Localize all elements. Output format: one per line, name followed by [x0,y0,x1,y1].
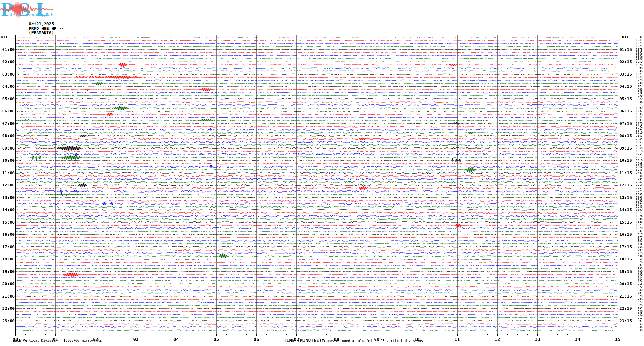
trace-max-value: 3036 [627,175,643,177]
left-hour-label: 08:00 [0,133,15,138]
left-hour-label: 22:00 [0,306,15,311]
x-tick-label: 14 [571,337,585,342]
trace-max-value: 2082 [627,193,643,196]
trace-max-value: 1393 [627,119,643,122]
trace-max-value: 998 [627,67,643,70]
trace-max-value: 2492 [627,125,643,128]
x-tick-label: 13 [530,337,544,342]
left-hour-label: 05:00 [0,96,15,101]
trace-max-value: 796 [627,298,643,301]
trace-max-value: 2436 [627,165,643,168]
trace-max-value: 1966 [627,199,643,202]
trace-max-value: 2051 [627,144,643,147]
trace-max-value: 934 [627,101,643,103]
x-tick-label: 12 [490,337,504,342]
trace-max-value: 1306 [627,218,643,221]
trace-max-value: 917 [627,233,643,236]
left-hour-label: 21:00 [0,294,15,299]
trace-max-value: 2163 [627,135,643,137]
trace-max-value: 666 [627,258,643,261]
trace-max-value: 974 [627,85,643,88]
trace-max-value: 1589 [627,209,643,211]
x-tick-label: 03 [129,337,143,342]
trace-max-value: 863 [627,323,643,325]
trace-max-value: 1816 [627,150,643,153]
left-hour-label: 14:00 [0,207,15,212]
left-hour-label: 16:00 [0,232,15,237]
helicorder-page: P S L atras eismology ab Oct21,2025 PRMD… [0,0,644,346]
left-hour-label: 06:00 [0,109,15,113]
trace-max-value: 815 [627,283,643,285]
trace-max-value: 1052 [627,51,643,54]
left-hour-label: 18:00 [0,257,15,261]
x-tick-label: 06 [249,337,263,342]
scale-note: Each Vertical Division = 10000+00 microv… [13,338,102,342]
trace-max-value: 3533 [627,169,643,171]
trace-max-value: 895 [627,307,643,310]
trace-max-value: 791 [627,292,643,295]
trace-max-value: 709 [627,249,643,251]
trace-max-value: 1297 [627,110,643,113]
trace-max-value: 917 [627,317,643,319]
trace-max-value: 750 [627,273,643,276]
trace-max-value: 780 [627,267,643,270]
trace-max-value: 9637 [627,36,643,39]
left-hour-label: 09:00 [0,146,15,151]
x-tick-label: 04 [169,337,183,342]
x-tick-label: 05 [209,337,223,342]
left-hour-label: 03:00 [0,72,15,77]
trace-max-value: 2219 [627,159,643,162]
x-tick-label: 15 [611,337,625,342]
trace-max-value: 1071 [627,224,643,227]
x-tick-label: 11 [450,337,464,342]
left-hour-label: 13:00 [0,195,15,200]
trace-max-value: 2760 [627,184,643,187]
trace-max-value: 805 [627,239,643,242]
trace-max-value: 1324 [627,215,643,218]
left-hour-label: 11:00 [0,170,15,175]
trace-max-value: 1075 [627,45,643,48]
trace-max-value: 830 [627,289,643,292]
trace-max-value: 748 [627,243,643,245]
left-hour-label: 01:00 [0,47,15,52]
x-axis-title: TIME (MINUTES) [284,338,322,343]
left-hour-label: 20:00 [0,281,15,286]
trace-max-value: 948 [627,91,643,94]
left-hour-label: 04:00 [0,84,15,89]
trace-max-value: 692 [627,264,643,267]
seismogram-canvas [0,0,644,346]
left-hour-label: 23:00 [0,318,15,323]
trace-max-value: 1853 [627,141,643,144]
left-hour-label: 12:00 [0,183,15,187]
trace-max-value: 1050 [627,61,643,63]
left-hour-label: 07:00 [0,121,15,126]
trace-max-value: 988 [627,70,643,73]
clip-note: Traces clipped at plus/minus 25 vertical… [322,339,423,342]
trace-max-value: 938 [627,329,643,332]
trace-max-value: 1072 [627,42,643,45]
left-hour-label: 17:00 [0,244,15,249]
trace-max-value: 1045 [627,76,643,79]
trace-max-value: 941 [627,313,643,316]
left-hour-label: 15:00 [0,220,15,225]
trace-max-value: 1344 [627,116,643,119]
left-hour-label: 02:00 [0,59,15,64]
trace-max-value: 956 [627,95,643,97]
left-hour-label: 10:00 [0,158,15,163]
trace-max-value: 2274 [627,190,643,193]
left-hour-label: 19:00 [0,269,15,274]
